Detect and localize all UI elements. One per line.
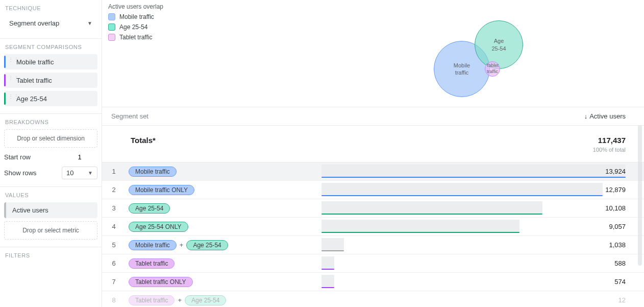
show-rows-select[interactable]: 10 ▼ [62, 167, 97, 179]
plus-icon: + [178, 296, 182, 304]
start-row-label: Start row [4, 153, 31, 161]
venn-circle-age[interactable]: Age 25-54 [475, 20, 523, 69]
legend-label: Age 25-54 [119, 23, 147, 31]
row-value: 13,924 [605, 168, 626, 175]
venn-legend: Active users overlap Mobile trafficAge 2… [108, 3, 163, 44]
row-segment-set: Tablet traffic [126, 258, 175, 269]
segment-chip-label: Age 25-54 [16, 95, 47, 103]
table-row[interactable]: 3Age 25-5410,108 [102, 199, 644, 218]
totals-subtext: 100% of total [593, 147, 626, 153]
drag-handle-icon: ⋮⋮ [8, 77, 19, 80]
legend-swatch [108, 34, 115, 41]
segment-pill: Age 25-54 [129, 203, 170, 214]
row-index: 6 [102, 259, 126, 267]
row-bar [321, 162, 626, 180]
table-row[interactable]: 6Tablet traffic588 [102, 254, 644, 273]
legend-swatch [108, 23, 115, 31]
row-value: 9,057 [609, 223, 626, 230]
row-value: 12 [618, 296, 626, 304]
row-index: 7 [102, 278, 126, 286]
row-index: 8 [102, 296, 126, 304]
technique-select[interactable]: Segment overlap ▼ [4, 15, 97, 31]
segment-pill: Mobile traffic [129, 167, 177, 177]
scrollbar[interactable] [638, 112, 642, 266]
row-segment-set: Tablet traffic+Age 25-54 [126, 295, 226, 305]
sort-down-icon: ↓ [584, 112, 588, 120]
main-panel: Active users overlap Mobile trafficAge 2… [102, 0, 644, 307]
row-index: 5 [102, 241, 126, 249]
drag-handle-icon: ⋮⋮ [8, 95, 19, 98]
legend-item[interactable]: Mobile traffic [108, 13, 163, 20]
table-row[interactable]: 8Tablet traffic+Age 25-5412 [102, 291, 644, 307]
row-segment-set: Mobile traffic ONLY [126, 185, 194, 195]
row-bar [321, 273, 626, 291]
row-bar [321, 181, 626, 199]
segment-pill: Tablet traffic [129, 295, 175, 305]
legend-item[interactable]: Tablet traffic [108, 34, 163, 41]
segment-chip[interactable]: ⋮⋮Mobile traffic [4, 54, 97, 69]
segment-pill: Age 25-54 ONLY [129, 222, 188, 232]
table-row[interactable]: 4Age 25-54 ONLY9,057 [102, 218, 644, 236]
values-item-active-users[interactable]: Active users [4, 202, 97, 218]
row-value: 588 [614, 259, 626, 267]
breakdowns-label: BREAKDOWNS [5, 119, 97, 125]
technique-value: Segment overlap [9, 19, 59, 27]
segment-table: Segment set ↓Active users Totals* 117,43… [102, 107, 644, 307]
row-index: 3 [102, 204, 126, 212]
segment-chip-label: Mobile traffic [16, 58, 54, 66]
chevron-down-icon: ▼ [88, 170, 93, 176]
row-bar [321, 254, 626, 272]
row-segment-set: Mobile traffic+Age 25-54 [126, 240, 228, 250]
row-bar [321, 218, 626, 235]
chevron-down-icon: ▼ [87, 20, 92, 26]
values-dropzone[interactable]: Drop or select metric [4, 221, 97, 240]
row-segment-set: Tablet traffic ONLY [126, 277, 193, 287]
row-value: 10,108 [605, 204, 626, 212]
segment-chip[interactable]: ⋮⋮Age 25-54 [4, 91, 97, 106]
totals-label: Totals* [131, 136, 156, 145]
table-row[interactable]: 7Tablet traffic ONLY574 [102, 273, 644, 291]
row-value: 574 [614, 278, 626, 286]
segment-pill: Tablet traffic [129, 258, 175, 269]
legend-title: Active users overlap [108, 3, 163, 10]
show-rows-label: Show rows [4, 169, 37, 177]
column-header-active-users[interactable]: ↓Active users [584, 112, 626, 120]
row-index: 2 [102, 186, 126, 194]
column-header-segment-set[interactable]: Segment set [111, 112, 148, 120]
row-value: 1,038 [609, 241, 626, 249]
segment-pill: Tablet traffic ONLY [129, 277, 193, 287]
breakdowns-dropzone[interactable]: Drop or select dimension [4, 129, 97, 148]
table-row[interactable]: 2Mobile traffic ONLY12,879 [102, 181, 644, 199]
start-row-input[interactable] [62, 153, 97, 161]
table-row[interactable]: 5Mobile traffic+Age 25-541,038 [102, 236, 644, 254]
venn-circle-tablet[interactable]: Tablet traffic [485, 61, 500, 77]
filters-label: FILTERS [5, 252, 97, 258]
row-index: 1 [102, 168, 126, 175]
table-row[interactable]: 1Mobile traffic13,924 [102, 162, 644, 181]
technique-label: TECHNIQUE [5, 5, 97, 11]
plus-icon: + [180, 241, 184, 249]
segment-pill: Mobile traffic ONLY [129, 185, 194, 195]
segment-chip[interactable]: ⋮⋮Tablet traffic [4, 73, 97, 88]
segment-pill: Age 25-54 [185, 295, 226, 305]
segment-pill: Mobile traffic [129, 240, 177, 250]
drag-handle-icon: ⋮⋮ [8, 58, 19, 61]
row-segment-set: Mobile traffic [126, 167, 177, 177]
settings-sidebar: TECHNIQUE Segment overlap ▼ SEGMENT COMP… [0, 0, 102, 307]
legend-label: Tablet traffic [119, 34, 152, 41]
segment-pill: Age 25-54 [186, 240, 228, 250]
row-index: 4 [102, 223, 126, 230]
row-value: 12,879 [605, 186, 626, 194]
totals-row: Totals* 117,437 100% of total [102, 126, 644, 162]
row-segment-set: Age 25-54 [126, 203, 170, 214]
totals-value: 117,437 [593, 136, 626, 145]
row-bar [321, 236, 626, 254]
values-label: VALUES [5, 192, 97, 198]
row-segment-set: Age 25-54 ONLY [126, 222, 188, 232]
segment-chip-label: Tablet traffic [16, 77, 52, 84]
venn-canvas: Active users overlap Mobile trafficAge 2… [102, 0, 644, 107]
segment-comparisons-label: SEGMENT COMPARISONS [5, 44, 97, 50]
legend-swatch [108, 13, 115, 20]
row-bar [321, 199, 626, 217]
legend-item[interactable]: Age 25-54 [108, 23, 163, 31]
